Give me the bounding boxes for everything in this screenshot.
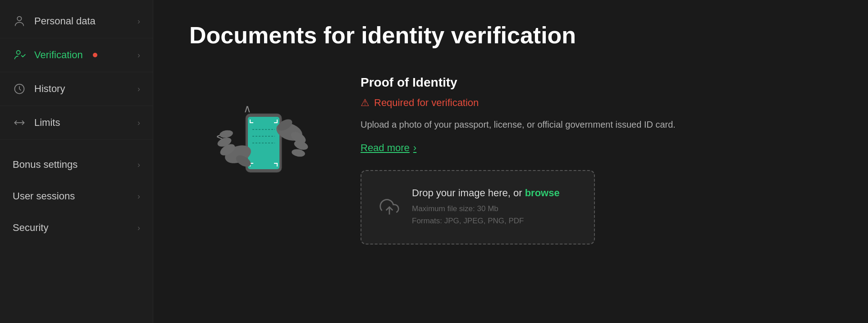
sidebar-item-limits[interactable]: Limits › bbox=[0, 106, 153, 140]
proof-description: Upload a photo of your passport, license… bbox=[361, 118, 832, 131]
chevron-right-icon: › bbox=[137, 17, 140, 26]
upload-cloud-icon bbox=[379, 197, 399, 217]
verification-section: < ∧ ∨ > bbox=[189, 71, 832, 244]
sidebar-item-personal-data-label: Personal data bbox=[34, 15, 96, 27]
chevron-right-sessions: › bbox=[137, 192, 140, 201]
phone-hands-illustration: < ∧ ∨ > bbox=[198, 71, 324, 197]
sidebar-item-verification-label: Verification bbox=[34, 49, 83, 61]
sidebar-item-verification[interactable]: Verification › bbox=[0, 38, 153, 72]
required-text: Required for verification bbox=[374, 97, 479, 109]
upload-dropzone[interactable]: Drop your image here, or browse Maximum … bbox=[361, 170, 595, 244]
warning-triangle-icon: ⚠ bbox=[361, 97, 370, 109]
verification-icon bbox=[13, 48, 26, 62]
sidebar-group-section: Bonus settings › User sessions › Securit… bbox=[0, 149, 153, 244]
security-label: Security bbox=[13, 222, 48, 234]
browse-label[interactable]: browse bbox=[525, 187, 560, 198]
sidebar-item-user-sessions[interactable]: User sessions › bbox=[0, 180, 153, 212]
proof-of-identity-title: Proof of Identity bbox=[361, 75, 832, 90]
read-more-link[interactable]: Read more › bbox=[361, 142, 416, 154]
sidebar-item-bonus-settings[interactable]: Bonus settings › bbox=[0, 149, 153, 180]
upload-text-area: Drop your image here, or browse Maximum … bbox=[412, 187, 576, 227]
main-content: Documents for identity verification < ∧ … bbox=[153, 0, 868, 323]
illustration-area: < ∧ ∨ > bbox=[189, 71, 333, 197]
limits-icon bbox=[13, 116, 26, 129]
upload-main-text: Drop your image here, or browse bbox=[412, 187, 576, 199]
read-more-label: Read more bbox=[361, 142, 410, 154]
page-title: Documents for identity verification bbox=[189, 23, 832, 48]
sidebar-item-limits-label: Limits bbox=[34, 117, 60, 129]
upload-formats: Formats: JPG, JPEG, PNG, PDF bbox=[412, 215, 576, 227]
verification-notification-dot bbox=[93, 53, 97, 57]
person-icon bbox=[13, 14, 26, 28]
sidebar: Personal data › Verification › bbox=[0, 0, 153, 323]
chevron-right-icon-limits: › bbox=[137, 118, 140, 128]
bonus-settings-label: Bonus settings bbox=[13, 159, 78, 171]
sidebar-item-history[interactable]: History › bbox=[0, 72, 153, 106]
info-area: Proof of Identity ⚠ Required for verific… bbox=[361, 71, 832, 244]
chevron-right-security: › bbox=[137, 223, 140, 233]
read-more-chevron-icon: › bbox=[413, 142, 416, 154]
user-sessions-label: User sessions bbox=[13, 190, 75, 202]
sidebar-item-history-left: History bbox=[13, 82, 65, 96]
drop-label: Drop your image here, or bbox=[412, 187, 525, 198]
chevron-right-icon-history: › bbox=[137, 84, 140, 94]
svg-point-1 bbox=[17, 51, 20, 54]
sidebar-item-limits-left: Limits bbox=[13, 116, 60, 129]
required-badge: ⚠ Required for verification bbox=[361, 97, 832, 109]
sidebar-item-personal-data[interactable]: Personal data › bbox=[0, 5, 153, 38]
chevron-right-bonus: › bbox=[137, 160, 140, 170]
upload-size-limit: Maximum file size: 30 Mb bbox=[412, 203, 576, 215]
history-icon bbox=[13, 82, 26, 96]
sidebar-item-security[interactable]: Security › bbox=[0, 212, 153, 244]
sidebar-item-history-label: History bbox=[34, 83, 65, 95]
svg-text:∧: ∧ bbox=[243, 102, 251, 115]
sidebar-item-verification-left: Verification bbox=[13, 48, 97, 62]
svg-point-0 bbox=[17, 17, 21, 21]
chevron-right-icon-verification: › bbox=[137, 51, 140, 60]
sidebar-item-left: Personal data bbox=[13, 14, 96, 28]
